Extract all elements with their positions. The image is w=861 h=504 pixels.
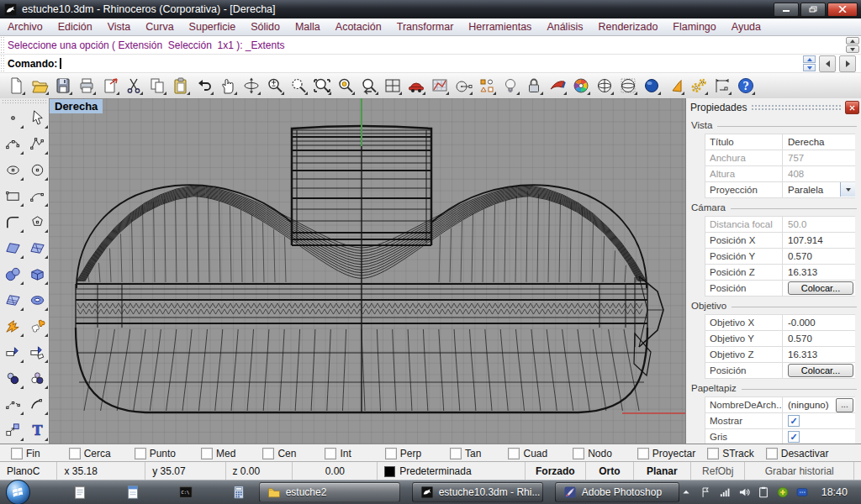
tray-green-icon[interactable] (776, 486, 790, 499)
wordpad-icon[interactable] (124, 484, 141, 501)
restore-button[interactable] (800, 3, 826, 17)
prop-row-objetivo-y[interactable]: Objetivo Y 0.570 (705, 331, 855, 347)
zoom-selected-icon[interactable] (336, 76, 355, 95)
point-icon[interactable] (0, 105, 26, 131)
group-icon[interactable] (24, 365, 50, 391)
menu-superficie[interactable]: Superficie (182, 18, 244, 35)
open-file-icon[interactable] (30, 76, 49, 95)
surface-grid-icon[interactable] (24, 235, 50, 261)
menu-flamingo[interactable]: Flamingo (665, 18, 723, 35)
menu-curva[interactable]: Curva (138, 18, 181, 35)
history-forward-button[interactable] (839, 55, 856, 72)
toggle-forzado[interactable]: Forzado (526, 462, 586, 480)
text-icon[interactable]: T (24, 417, 50, 444)
rectangle-icon[interactable] (0, 183, 26, 209)
rebuild-icon[interactable] (0, 391, 26, 417)
lock-icon[interactable] (525, 76, 543, 95)
zoom-icon[interactable] (266, 76, 284, 95)
prop-row-mostrar[interactable]: Mostrar (705, 413, 855, 429)
split-icon[interactable] (24, 339, 50, 365)
calculator-icon[interactable] (230, 484, 247, 501)
menu-analisis[interactable]: Análisis (539, 18, 590, 35)
rotate-view-icon[interactable] (242, 76, 261, 95)
gears-icon[interactable] (689, 76, 708, 95)
fillet-corner-icon[interactable] (0, 209, 26, 235)
undo-view-icon[interactable] (360, 76, 378, 95)
scroll-down-icon[interactable] (846, 45, 859, 53)
taskbar-window-estuche2[interactable]: estuche2 (259, 482, 400, 502)
wire-sphere-icon[interactable] (595, 76, 614, 95)
viewport-derecha[interactable]: Derecha (49, 98, 685, 444)
toggle-refobj[interactable]: RefObj (691, 462, 745, 480)
command-spinner[interactable] (803, 55, 816, 71)
colocar-target-button[interactable]: Colocar... (788, 364, 853, 377)
menu-edicion[interactable]: Edición (50, 18, 100, 35)
trim-icon[interactable] (0, 339, 26, 365)
polyline-icon[interactable] (24, 131, 50, 157)
viewport-title-tab[interactable]: Derecha (50, 99, 103, 113)
dropdown-arrow-icon[interactable] (840, 182, 855, 197)
colocar-camera-button[interactable]: Colocar... (788, 281, 853, 295)
scale-icon[interactable] (0, 417, 26, 444)
lamp-icon[interactable] (501, 76, 520, 95)
menu-malla[interactable]: Malla (288, 18, 328, 35)
circle-icon[interactable] (24, 157, 50, 183)
browse-file-button[interactable]: ... (836, 398, 853, 412)
toggle-planar[interactable]: Planar (634, 462, 691, 480)
grid-sphere-icon[interactable] (619, 76, 637, 95)
paste-icon[interactable] (172, 76, 190, 95)
fillet-curve-icon[interactable] (24, 391, 50, 417)
shaded-sphere-icon[interactable] (642, 76, 661, 95)
select-icon[interactable] (24, 105, 50, 131)
layer-selector[interactable]: Predeterminada (378, 462, 526, 480)
ellipse-icon[interactable] (0, 157, 26, 183)
cut-icon[interactable] (124, 76, 143, 95)
copy-icon[interactable] (148, 76, 166, 95)
minimize-button[interactable] (774, 3, 799, 17)
command-history-scrollbar[interactable] (846, 37, 859, 53)
undo-icon[interactable] (195, 76, 214, 95)
cone-icon[interactable] (666, 76, 684, 95)
explode-icon[interactable] (0, 313, 26, 339)
osnap-desactivar[interactable]: Desactivar (766, 448, 829, 459)
car-icon[interactable] (407, 76, 425, 95)
zoom-window-icon[interactable] (289, 76, 308, 95)
osnap-nodo[interactable]: Nodo (573, 448, 612, 459)
prop-row-objetivo-z[interactable]: Objetivo Z 16.313 (705, 347, 855, 363)
menu-solido[interactable]: Sólido (243, 18, 288, 35)
menu-renderizado[interactable]: Renderizado (590, 18, 665, 35)
clock[interactable]: 18:40 (821, 486, 848, 498)
osnap-cen[interactable]: Cen (262, 448, 296, 459)
panel-close-icon[interactable] (845, 101, 859, 114)
torus-icon[interactable] (24, 287, 50, 313)
gris-checkbox[interactable] (788, 431, 800, 443)
spheres-icon[interactable] (0, 261, 26, 287)
dimension-icon[interactable] (713, 76, 732, 95)
surface-icon[interactable] (0, 235, 26, 261)
osnap-cerca[interactable]: Cerca (69, 448, 111, 459)
zoom-extents-icon[interactable] (313, 76, 331, 95)
export-icon[interactable] (101, 76, 119, 95)
tray-network-icon[interactable] (718, 486, 732, 499)
prop-row-objetivo-x[interactable]: Objetivo X -0.000 (705, 315, 855, 331)
taskbar-window-photoshop[interactable]: Adobe Photoshop (555, 482, 679, 502)
osnap-cuad[interactable]: Cuad (508, 448, 547, 459)
taskbar-window-rhino[interactable]: estuche10.3dm - Rhi... (412, 482, 543, 502)
join-icon[interactable] (0, 365, 26, 391)
patch-icon[interactable] (0, 287, 26, 313)
toggle-orto[interactable]: Orto (586, 462, 634, 480)
viewport-layout-icon[interactable] (383, 76, 402, 95)
color-wheel-icon[interactable] (572, 76, 590, 95)
prop-row-gris[interactable]: Gris (705, 429, 855, 444)
prop-row-posicion-z[interactable]: Posición Z 16.313 (705, 265, 855, 281)
named-view-icon[interactable] (430, 76, 449, 95)
spinner-down-icon[interactable] (803, 64, 816, 71)
tray-clipboard-icon[interactable] (757, 486, 770, 499)
menu-vista[interactable]: Vista (100, 18, 139, 35)
curve-icon[interactable] (0, 131, 26, 157)
tray-blue-icon[interactable] (795, 486, 809, 499)
print-icon[interactable] (77, 76, 96, 95)
new-file-icon[interactable] (7, 76, 25, 95)
menu-acotacion[interactable]: Acotación (328, 18, 389, 35)
spinner-up-icon[interactable] (803, 55, 816, 63)
